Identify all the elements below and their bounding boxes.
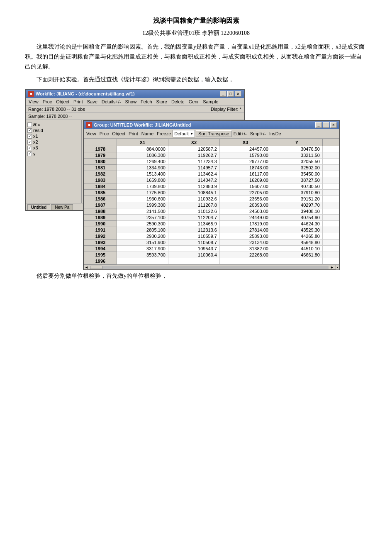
workfile-menu-store[interactable]: Store xyxy=(154,99,169,105)
cell-x2: 108845.1 xyxy=(168,190,219,196)
author-line: 12级公共事业管理01班 李雅丽 1220060108 xyxy=(25,29,367,37)
table-row: 1993 3151.900 110508.7 23134.00 45648.80 xyxy=(84,240,339,246)
workfile-close-btn[interactable]: × xyxy=(235,91,241,97)
scroll-right-btn[interactable]: ► xyxy=(329,265,335,269)
workfile-menu-print[interactable]: Print xyxy=(71,99,85,105)
cell-x2: 120587.2 xyxy=(168,146,219,152)
workfile-title: Workfile: JILIANG - (d:\documents\jilian… xyxy=(36,91,135,96)
group-menubar: View Proc Object Print Name Freeze Defau… xyxy=(84,129,339,139)
group-default-dropdown[interactable]: Default ▼ xyxy=(173,130,195,137)
workfile-menu-show[interactable]: Show xyxy=(123,99,139,105)
cell-obs: 1992 xyxy=(84,233,117,240)
var-y[interactable]: y xyxy=(27,151,80,156)
cell-y: 40754.90 xyxy=(271,215,322,221)
cell-x1: 1086.300 xyxy=(117,152,168,159)
group-menu-edit[interactable]: Edit+/- xyxy=(232,131,248,137)
group-window-controls[interactable]: _ □ × xyxy=(315,122,337,128)
workfile-menu-view[interactable]: View xyxy=(27,99,41,105)
workfile-menu-details[interactable]: Details+/- xyxy=(100,99,123,105)
cell-x3: 15790.00 xyxy=(219,152,271,159)
cell-y: 45648.80 xyxy=(271,240,322,246)
var-x1-checkbox[interactable] xyxy=(27,134,32,139)
cell-y: 32502.00 xyxy=(271,165,322,171)
workfile-menu-sample[interactable]: Sample xyxy=(201,99,220,105)
var-y-checkbox[interactable] xyxy=(27,152,32,156)
tab-new-page[interactable]: New Pa xyxy=(51,204,73,210)
group-menu-object[interactable]: Object xyxy=(110,131,127,137)
workfile-icon: ■ xyxy=(28,91,34,97)
cell-x3: 22268.00 xyxy=(219,252,271,258)
var-x2[interactable]: x2 xyxy=(27,139,80,145)
cell-extra xyxy=(323,190,339,196)
cell-extra xyxy=(323,152,339,159)
group-minimize-btn[interactable]: _ xyxy=(315,122,322,128)
group-menu-smpl[interactable]: Smpl+/- xyxy=(248,131,268,137)
cell-x3: 20393.00 xyxy=(219,202,271,208)
cell-x3: 16209.00 xyxy=(219,177,271,183)
cell-x1: 1999.300 xyxy=(117,202,168,208)
var-y-label: y xyxy=(33,151,36,156)
cell-obs: 1995 xyxy=(84,252,117,258)
workfile-menu-genr[interactable]: Genr xyxy=(187,99,201,105)
scroll-thumb[interactable] xyxy=(90,266,102,269)
cell-y: 40297.70 xyxy=(271,202,322,208)
scroll-corner-btn[interactable]: ▪ xyxy=(336,265,339,270)
cell-x3: 31382.00 xyxy=(219,246,271,252)
col-header-x3: X3 xyxy=(219,139,271,146)
var-x2-checkbox[interactable] xyxy=(27,140,32,144)
var-c-checkbox[interactable] xyxy=(27,122,32,127)
cell-obs: 1987 xyxy=(84,202,117,208)
group-menu-view[interactable]: View xyxy=(85,131,98,137)
cell-obs: 1980 xyxy=(84,159,117,165)
workfile-menu-object[interactable]: Object xyxy=(54,99,71,105)
workfile-range: Range: 1978 2008 -- 31 obs xyxy=(28,107,85,112)
group-close-btn[interactable]: × xyxy=(330,122,337,128)
cell-y xyxy=(271,258,322,264)
col-header-extra xyxy=(323,139,339,146)
group-menu-name[interactable]: Name xyxy=(140,131,155,137)
cell-x1: 2590.300 xyxy=(117,221,168,227)
workfile-minimize-btn[interactable]: _ xyxy=(220,91,226,97)
group-menu-proc[interactable]: Proc xyxy=(98,131,111,137)
cell-x2: 110122.6 xyxy=(168,208,219,215)
tab-untitled[interactable]: Untitled xyxy=(27,204,50,210)
cell-obs: 1994 xyxy=(84,246,117,252)
group-menu-print[interactable]: Print xyxy=(127,131,140,137)
var-x3-checkbox[interactable] xyxy=(27,146,32,150)
var-resid-checkbox[interactable] xyxy=(27,128,32,133)
cell-x3: 24457.00 xyxy=(219,146,271,152)
scroll-track[interactable] xyxy=(90,266,329,269)
workfile-restore-btn[interactable]: □ xyxy=(227,91,234,97)
cell-y: 39408.10 xyxy=(271,208,322,215)
workfile-filter: Display Filter: * xyxy=(211,107,241,112)
table-row: 1986 1930.600 110932.6 23656.00 39151.20 xyxy=(84,196,339,202)
group-menu-insd[interactable]: InsDe xyxy=(268,131,283,137)
group-menu-freeze[interactable]: Freeze xyxy=(155,131,173,137)
scroll-left-btn[interactable]: ◄ xyxy=(84,265,89,269)
table-row: 1996 xyxy=(84,258,339,264)
var-resid[interactable]: resid xyxy=(27,127,80,133)
workfile-menu-delete[interactable]: Delete xyxy=(169,99,187,105)
group-title: Group: UNTITLED Workfile: JILIANG\Untitl… xyxy=(94,122,191,127)
group-restore-btn[interactable]: □ xyxy=(323,122,329,128)
var-c[interactable]: B c xyxy=(27,122,80,127)
var-x3[interactable]: x3 xyxy=(27,145,80,151)
horizontal-scrollbar[interactable]: ◄ ► ▪ xyxy=(84,264,339,269)
var-c-label: c xyxy=(38,122,40,127)
cell-extra xyxy=(323,227,339,233)
cell-extra xyxy=(323,177,339,183)
sort-transpose-button[interactable]: Sort Transpose xyxy=(196,130,232,137)
cell-y: 44265.80 xyxy=(271,233,322,240)
workfile-titlebar: ■ Workfile: JILIANG - (d:\documents\jili… xyxy=(26,90,244,98)
workfile-menu-fetch[interactable]: Fetch xyxy=(139,99,154,105)
variable-panel: B c resid x1 x2 x3 xyxy=(26,120,82,203)
cell-x1: 1513.400 xyxy=(117,171,168,177)
workfile-menu-save[interactable]: Save xyxy=(85,99,100,105)
cell-x2: 113462.4 xyxy=(168,171,219,177)
workfile-window-controls[interactable]: _ □ × xyxy=(220,91,241,97)
workfile-menu-proc[interactable]: Proc xyxy=(41,99,54,105)
cell-extra xyxy=(323,171,339,177)
cell-y: 44510.10 xyxy=(271,246,322,252)
cell-obs: 1991 xyxy=(84,227,117,233)
var-x1[interactable]: x1 xyxy=(27,133,80,139)
